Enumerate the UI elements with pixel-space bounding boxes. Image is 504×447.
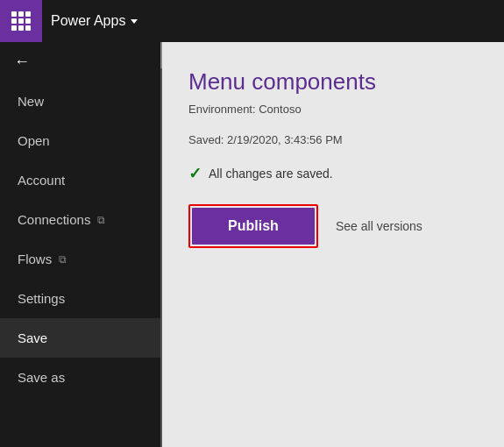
sidebar-label-open: Open	[18, 133, 50, 148]
back-arrow-icon: ←	[14, 53, 30, 71]
publish-button[interactable]: Publish	[192, 208, 315, 245]
top-bar: Power Apps	[0, 0, 504, 42]
external-link-icon: ⧉	[97, 214, 105, 226]
app-name-label: Power Apps	[51, 13, 125, 29]
sidebar-item-open[interactable]: Open	[0, 121, 162, 160]
sidebar-item-save[interactable]: Save	[0, 318, 162, 358]
sidebar-item-new[interactable]: New	[0, 82, 162, 121]
sidebar-label-save-as: Save as	[18, 370, 65, 385]
changes-saved-text: All changes are saved.	[209, 167, 333, 181]
sidebar-label-flows: Flows	[18, 252, 52, 266]
back-button[interactable]: ←	[0, 42, 162, 82]
sidebar-item-save-as[interactable]: Save as	[0, 358, 162, 397]
sidebar-label-new: New	[18, 94, 44, 109]
environment-label: Environment: Contoso	[188, 103, 478, 116]
sidebar: ← NewOpenAccountConnections⧉Flows⧉Settin…	[0, 42, 162, 447]
waffle-icon	[11, 11, 31, 31]
check-icon: ✓	[188, 164, 202, 183]
sidebar-item-account[interactable]: Account	[0, 160, 162, 200]
external-link-icon: ⧉	[59, 253, 67, 266]
actions-row: Publish See all versions	[188, 204, 478, 248]
waffle-button[interactable]	[0, 0, 42, 42]
sidebar-label-save: Save	[18, 330, 47, 345]
saved-time-label: Saved: 2/19/2020, 3:43:56 PM	[188, 133, 478, 146]
sidebar-label-account: Account	[18, 173, 65, 188]
see-all-versions-link[interactable]: See all versions	[336, 219, 422, 233]
publish-button-wrapper: Publish	[188, 204, 318, 248]
chevron-down-icon	[131, 19, 138, 24]
main-content: Menu components Environment: Contoso Sav…	[162, 42, 504, 447]
sidebar-item-settings[interactable]: Settings	[0, 279, 162, 318]
sidebar-item-flows[interactable]: Flows⧉	[0, 239, 162, 279]
sidebar-label-connections: Connections	[18, 212, 90, 227]
changes-saved-row: ✓ All changes are saved.	[188, 164, 478, 183]
page-title: Menu components	[188, 68, 478, 96]
sidebar-item-connections[interactable]: Connections⧉	[0, 200, 162, 239]
sidebar-label-settings: Settings	[18, 291, 65, 306]
app-title[interactable]: Power Apps	[51, 13, 138, 29]
